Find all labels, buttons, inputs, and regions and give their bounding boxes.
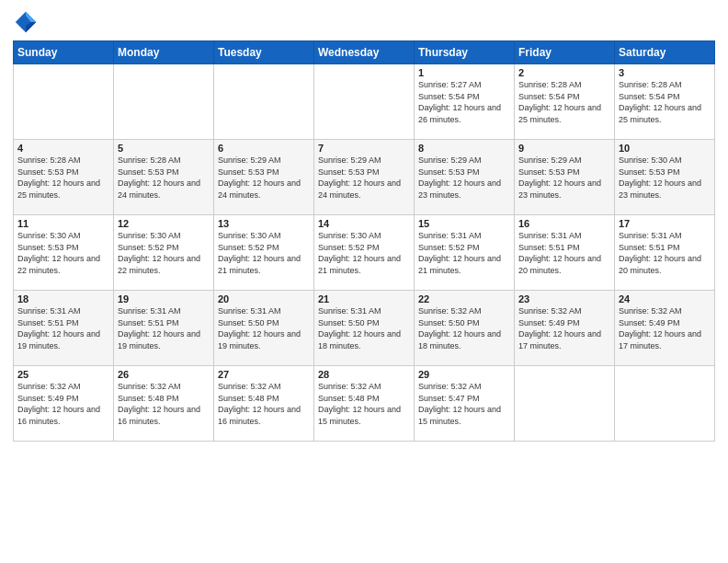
- day-info: Sunrise: 5:28 AM Sunset: 5:53 PM Dayligh…: [118, 155, 210, 201]
- week-row-2: 4 Sunrise: 5:28 AM Sunset: 5:53 PM Dayli…: [14, 140, 715, 215]
- day-number: 16: [518, 218, 610, 229]
- day-info: Sunrise: 5:30 AM Sunset: 5:53 PM Dayligh…: [619, 155, 711, 201]
- day-info: Sunrise: 5:30 AM Sunset: 5:52 PM Dayligh…: [218, 230, 310, 276]
- day-cell: 13 Sunrise: 5:30 AM Sunset: 5:52 PM Dayl…: [214, 215, 314, 291]
- day-cell: 28 Sunrise: 5:32 AM Sunset: 5:48 PM Dayl…: [314, 366, 415, 442]
- day-cell: 10 Sunrise: 5:30 AM Sunset: 5:53 PM Dayl…: [615, 140, 715, 215]
- day-number: 3: [619, 67, 711, 78]
- day-cell: 23 Sunrise: 5:32 AM Sunset: 5:49 PM Dayl…: [515, 291, 615, 366]
- day-info: Sunrise: 5:32 AM Sunset: 5:48 PM Dayligh…: [118, 381, 210, 427]
- page: SundayMondayTuesdayWednesdayThursdayFrid…: [0, 0, 728, 451]
- day-number: 24: [619, 293, 711, 304]
- col-header-wednesday: Wednesday: [314, 41, 415, 64]
- day-number: 28: [318, 369, 410, 380]
- logo: [13, 9, 42, 35]
- day-cell: 18 Sunrise: 5:31 AM Sunset: 5:51 PM Dayl…: [14, 291, 114, 366]
- week-row-1: 1 Sunrise: 5:27 AM Sunset: 5:54 PM Dayli…: [14, 64, 715, 140]
- day-cell: 16 Sunrise: 5:31 AM Sunset: 5:51 PM Dayl…: [515, 215, 615, 291]
- day-cell: 14 Sunrise: 5:30 AM Sunset: 5:52 PM Dayl…: [314, 215, 415, 291]
- day-cell: 2 Sunrise: 5:28 AM Sunset: 5:54 PM Dayli…: [515, 64, 615, 140]
- day-info: Sunrise: 5:31 AM Sunset: 5:51 PM Dayligh…: [518, 230, 610, 276]
- day-number: 20: [218, 293, 310, 304]
- day-info: Sunrise: 5:32 AM Sunset: 5:49 PM Dayligh…: [518, 305, 610, 351]
- day-number: 9: [518, 143, 610, 154]
- header-row: SundayMondayTuesdayWednesdayThursdayFrid…: [14, 41, 715, 64]
- day-number: 10: [619, 143, 711, 154]
- day-info: Sunrise: 5:28 AM Sunset: 5:54 PM Dayligh…: [619, 79, 711, 125]
- day-number: 15: [418, 218, 510, 229]
- day-info: Sunrise: 5:32 AM Sunset: 5:49 PM Dayligh…: [17, 381, 109, 427]
- day-cell: 17 Sunrise: 5:31 AM Sunset: 5:51 PM Dayl…: [615, 215, 715, 291]
- day-info: Sunrise: 5:29 AM Sunset: 5:53 PM Dayligh…: [418, 155, 510, 201]
- day-number: 6: [218, 143, 310, 154]
- day-cell: 21 Sunrise: 5:31 AM Sunset: 5:50 PM Dayl…: [314, 291, 415, 366]
- col-header-tuesday: Tuesday: [214, 41, 314, 64]
- day-info: Sunrise: 5:28 AM Sunset: 5:54 PM Dayligh…: [518, 79, 610, 125]
- day-info: Sunrise: 5:30 AM Sunset: 5:53 PM Dayligh…: [17, 230, 109, 276]
- day-cell: [114, 64, 214, 140]
- day-number: 22: [418, 293, 510, 304]
- day-number: 18: [17, 293, 109, 304]
- day-cell: 26 Sunrise: 5:32 AM Sunset: 5:48 PM Dayl…: [114, 366, 214, 442]
- week-row-4: 18 Sunrise: 5:31 AM Sunset: 5:51 PM Dayl…: [14, 291, 715, 366]
- day-number: 12: [118, 218, 210, 229]
- day-info: Sunrise: 5:31 AM Sunset: 5:50 PM Dayligh…: [318, 305, 410, 351]
- day-cell: [615, 366, 715, 442]
- day-info: Sunrise: 5:31 AM Sunset: 5:51 PM Dayligh…: [17, 305, 109, 351]
- day-info: Sunrise: 5:31 AM Sunset: 5:50 PM Dayligh…: [218, 305, 310, 351]
- day-info: Sunrise: 5:28 AM Sunset: 5:53 PM Dayligh…: [17, 155, 109, 201]
- day-info: Sunrise: 5:31 AM Sunset: 5:52 PM Dayligh…: [418, 230, 510, 276]
- day-info: Sunrise: 5:32 AM Sunset: 5:50 PM Dayligh…: [418, 305, 510, 351]
- day-number: 13: [218, 218, 310, 229]
- col-header-saturday: Saturday: [615, 41, 715, 64]
- day-number: 21: [318, 293, 410, 304]
- day-info: Sunrise: 5:29 AM Sunset: 5:53 PM Dayligh…: [218, 155, 310, 201]
- day-cell: 5 Sunrise: 5:28 AM Sunset: 5:53 PM Dayli…: [114, 140, 214, 215]
- day-cell: 29 Sunrise: 5:32 AM Sunset: 5:47 PM Dayl…: [415, 366, 515, 442]
- col-header-sunday: Sunday: [14, 41, 114, 64]
- day-info: Sunrise: 5:32 AM Sunset: 5:49 PM Dayligh…: [619, 305, 711, 351]
- day-info: Sunrise: 5:29 AM Sunset: 5:53 PM Dayligh…: [318, 155, 410, 201]
- logo-icon: [13, 9, 39, 35]
- day-info: Sunrise: 5:29 AM Sunset: 5:53 PM Dayligh…: [518, 155, 610, 201]
- day-cell: 19 Sunrise: 5:31 AM Sunset: 5:51 PM Dayl…: [114, 291, 214, 366]
- day-number: 7: [318, 143, 410, 154]
- day-number: 11: [17, 218, 109, 229]
- week-row-3: 11 Sunrise: 5:30 AM Sunset: 5:53 PM Dayl…: [14, 215, 715, 291]
- day-number: 2: [518, 67, 610, 78]
- day-cell: 20 Sunrise: 5:31 AM Sunset: 5:50 PM Dayl…: [214, 291, 314, 366]
- day-cell: 25 Sunrise: 5:32 AM Sunset: 5:49 PM Dayl…: [14, 366, 114, 442]
- day-number: 4: [17, 143, 109, 154]
- col-header-thursday: Thursday: [415, 41, 515, 64]
- day-info: Sunrise: 5:31 AM Sunset: 5:51 PM Dayligh…: [619, 230, 711, 276]
- day-cell: 1 Sunrise: 5:27 AM Sunset: 5:54 PM Dayli…: [415, 64, 515, 140]
- day-info: Sunrise: 5:30 AM Sunset: 5:52 PM Dayligh…: [118, 230, 210, 276]
- day-number: 29: [418, 369, 510, 380]
- day-info: Sunrise: 5:32 AM Sunset: 5:48 PM Dayligh…: [318, 381, 410, 427]
- day-number: 23: [518, 293, 610, 304]
- day-cell: 6 Sunrise: 5:29 AM Sunset: 5:53 PM Dayli…: [214, 140, 314, 215]
- day-number: 25: [17, 369, 109, 380]
- col-header-monday: Monday: [114, 41, 214, 64]
- week-row-5: 25 Sunrise: 5:32 AM Sunset: 5:49 PM Dayl…: [14, 366, 715, 442]
- day-cell: 9 Sunrise: 5:29 AM Sunset: 5:53 PM Dayli…: [515, 140, 615, 215]
- day-cell: [314, 64, 415, 140]
- day-cell: 15 Sunrise: 5:31 AM Sunset: 5:52 PM Dayl…: [415, 215, 515, 291]
- day-cell: [515, 366, 615, 442]
- header: [13, 9, 715, 35]
- col-header-friday: Friday: [515, 41, 615, 64]
- day-cell: 27 Sunrise: 5:32 AM Sunset: 5:48 PM Dayl…: [214, 366, 314, 442]
- calendar-table: SundayMondayTuesdayWednesdayThursdayFrid…: [13, 40, 715, 442]
- day-info: Sunrise: 5:31 AM Sunset: 5:51 PM Dayligh…: [118, 305, 210, 351]
- day-number: 8: [418, 143, 510, 154]
- day-number: 5: [118, 143, 210, 154]
- day-number: 1: [418, 67, 510, 78]
- day-info: Sunrise: 5:32 AM Sunset: 5:47 PM Dayligh…: [418, 381, 510, 427]
- day-cell: 7 Sunrise: 5:29 AM Sunset: 5:53 PM Dayli…: [314, 140, 415, 215]
- day-cell: 3 Sunrise: 5:28 AM Sunset: 5:54 PM Dayli…: [615, 64, 715, 140]
- day-cell: 22 Sunrise: 5:32 AM Sunset: 5:50 PM Dayl…: [415, 291, 515, 366]
- day-cell: 4 Sunrise: 5:28 AM Sunset: 5:53 PM Dayli…: [14, 140, 114, 215]
- day-info: Sunrise: 5:27 AM Sunset: 5:54 PM Dayligh…: [418, 79, 510, 125]
- day-cell: 11 Sunrise: 5:30 AM Sunset: 5:53 PM Dayl…: [14, 215, 114, 291]
- day-cell: [214, 64, 314, 140]
